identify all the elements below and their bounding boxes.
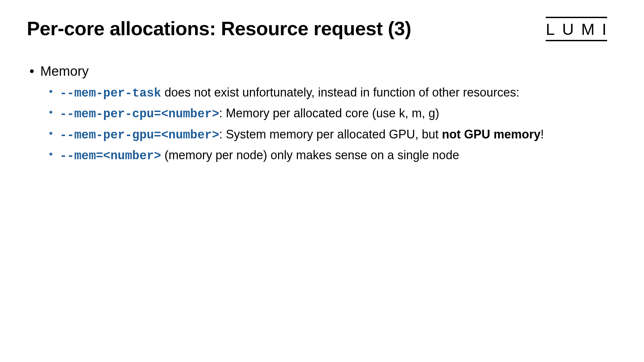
code-arg: --mem-per-gpu=<number> <box>60 128 219 142</box>
sub-bullet-item: --mem-per-gpu=<number>: System memory pe… <box>60 125 617 145</box>
slide-header: Per-core allocations: Resource request (… <box>27 17 617 40</box>
code-arg: --mem=<number> <box>60 149 161 163</box>
bullet-text: : Memory per allocated core (use k, m, g… <box>219 106 439 120</box>
slide-container: Per-core allocations: Resource request (… <box>0 0 644 362</box>
lumi-logo: LUMI <box>546 17 614 39</box>
sub-bullet-list: --mem-per-task does not exist unfortunat… <box>40 83 617 166</box>
code-arg: --mem-per-task <box>60 86 161 100</box>
sub-bullet-item: --mem=<number> (memory per node) only ma… <box>60 145 617 166</box>
bullet-text: does not exist unfortunately, instead in… <box>161 85 519 99</box>
sub-bullet-item: --mem-per-task does not exist unfortunat… <box>60 83 617 103</box>
bullet-text: : System memory per allocated GPU, but <box>219 127 442 141</box>
bold-text: not GPU memory <box>442 127 541 141</box>
sub-bullet-item: --mem-per-cpu=<number>: Memory per alloc… <box>60 104 617 124</box>
slide-content: Memory --mem-per-task does not exist unf… <box>27 64 617 166</box>
slide-title: Per-core allocations: Resource request (… <box>27 17 411 40</box>
topic-heading: Memory <box>40 64 617 79</box>
code-arg: --mem-per-cpu=<number> <box>60 107 219 121</box>
bullet-text: (memory per node) only makes sense on a … <box>161 148 459 162</box>
bullet-tail: ! <box>541 127 544 141</box>
